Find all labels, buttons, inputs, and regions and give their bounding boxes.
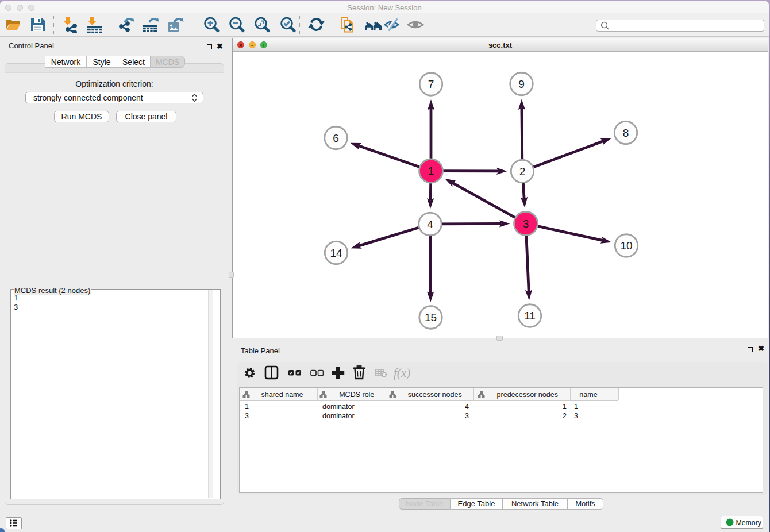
svg-text:3: 3 [523,218,529,230]
svg-text:f(x): f(x) [394,366,410,380]
svg-text:2: 2 [519,165,526,178]
svg-text:7: 7 [428,78,434,90]
svg-text:8: 8 [623,127,629,139]
svg-text:14: 14 [330,247,342,259]
svg-text:10: 10 [620,240,632,252]
svg-text:11: 11 [524,310,536,322]
svg-text:Memory: Memory [736,519,762,527]
svg-text:6: 6 [333,132,339,144]
svg-text:9: 9 [518,78,525,90]
svg-text:15: 15 [425,311,437,323]
svg-text:1: 1 [428,165,434,177]
svg-text:4: 4 [427,218,433,230]
